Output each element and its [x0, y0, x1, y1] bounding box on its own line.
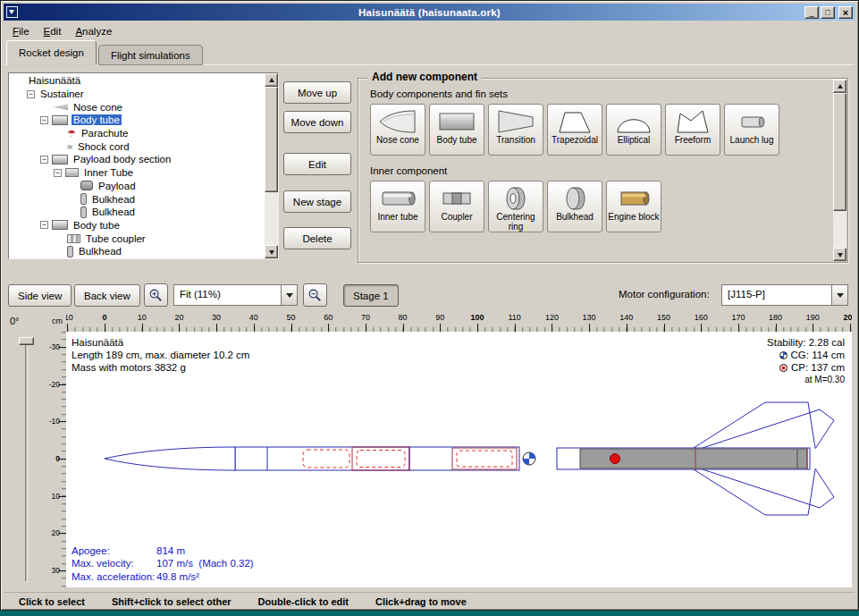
component-scrollbar-thumb[interactable] [833, 93, 846, 211]
component-scrollbar[interactable] [833, 80, 846, 261]
close-button[interactable]: × [838, 6, 853, 19]
tree-expander-icon[interactable]: − [40, 221, 48, 229]
rocket-body-tube-1[interactable] [235, 447, 409, 470]
ruler-label: 80 [399, 313, 408, 322]
component-button-label: Coupler [441, 213, 472, 223]
tree-item-bulkhead[interactable]: Bulkhead [10, 192, 264, 206]
tree-item-label: Body tube [72, 220, 122, 231]
rocket-nose-cone[interactable] [105, 447, 235, 470]
ruler-label: 160 [695, 313, 708, 322]
stability-condition: at M=0.30 [767, 374, 845, 386]
motor-configuration-select[interactable]: [J115-P] [721, 284, 848, 306]
tree-item-label: Body tube [72, 114, 122, 125]
tree-item-shock-cord[interactable]: ≈Shock cord [10, 139, 264, 153]
delete-button[interactable]: Delete [283, 227, 351, 249]
add-freeform-button[interactable]: Freeform [665, 104, 720, 156]
tree-item-parachute[interactable]: ☂Parachute [10, 127, 264, 140]
tree-item-haisun-t[interactable]: Haisunäätä [10, 74, 264, 88]
cp-row: CP: 137 cm [767, 361, 845, 374]
component-button-label: Centering ring [490, 213, 542, 232]
flight-stat-value: 49.8 m/s² [156, 571, 199, 582]
move-down-button[interactable]: Move down [283, 111, 351, 133]
rocket-dimensions: Length 189 cm, max. diameter 10.2 cm [72, 349, 249, 361]
add-engine-block-button[interactable]: Engine block [606, 181, 661, 232]
add-launch-lug-button[interactable]: Launch lug [724, 104, 779, 156]
cg-marker [523, 452, 535, 465]
add-trapezoidal-button[interactable]: Trapezoidal [547, 104, 602, 156]
rotation-slider-track[interactable] [25, 339, 28, 582]
component-button-label: Trapezoidal [552, 136, 598, 146]
motor-configuration-label: Motor configuration: [619, 289, 710, 300]
ruler-label: 170 [731, 313, 745, 322]
scroll-up-icon[interactable] [265, 73, 278, 87]
tree-item-label: Parachute [80, 128, 130, 139]
dropdown-arrow-icon[interactable] [281, 285, 297, 305]
bulkhead-icon [555, 185, 594, 212]
tree-item-nose-cone[interactable]: Nose cone [10, 100, 264, 114]
zoom-level-select[interactable]: Fit (11%) [173, 284, 298, 306]
scroll-down-icon[interactable] [833, 248, 846, 261]
add-transition-button[interactable]: Transition [488, 104, 543, 156]
tree-expander-icon[interactable]: − [27, 90, 35, 98]
scroll-down-icon[interactable] [265, 245, 278, 258]
tree-expander-icon[interactable]: − [54, 169, 62, 177]
maximize-button[interactable]: □ [821, 6, 835, 19]
add-coupler-button[interactable]: Coupler [429, 181, 484, 232]
bulkhead-icon [80, 193, 87, 205]
scroll-up-icon[interactable] [833, 80, 846, 93]
side-view-button[interactable]: Side view [8, 284, 72, 307]
dropdown-arrow-icon[interactable] [831, 285, 847, 305]
component-tree[interactable]: Haisunäätä−SustainerNose cone−Body tube☂… [10, 74, 264, 257]
titlebar[interactable]: Haisunäätä (haisunaata.ork) _ □ × [4, 4, 855, 21]
menu-analyze[interactable]: Analyze [68, 23, 119, 39]
edit-button[interactable]: Edit [283, 153, 351, 175]
ruler-label: -10 [49, 417, 60, 426]
new-stage-button[interactable]: New stage [283, 190, 351, 213]
add-body-tube-button[interactable]: Body tube [429, 104, 484, 156]
back-view-button[interactable]: Back view [74, 284, 140, 307]
tree-item-payload-body-section[interactable]: −Payload body section [10, 153, 264, 166]
tree-item-inner-tube[interactable]: −Inner Tube [10, 166, 264, 180]
component-button-label: Engine block [608, 213, 659, 223]
zoom-out-button[interactable] [303, 283, 327, 307]
add-centering-ring-button[interactable]: Centering ring [488, 181, 543, 232]
component-button-label: Freeform [675, 136, 712, 146]
tab-flight-simulations[interactable]: Flight simulations [98, 45, 203, 65]
move-up-button[interactable]: Move up [283, 81, 351, 104]
tree-expander-icon[interactable]: − [40, 116, 48, 124]
add-inner-tube-button[interactable]: Inner tube [370, 181, 425, 232]
status-hint: Click+drag to move [375, 596, 467, 607]
tree-item-label: Bulkhead [90, 194, 137, 205]
rotation-slider-thumb[interactable] [19, 337, 34, 345]
minimize-button[interactable]: _ [804, 6, 819, 19]
tree-item-body-tube[interactable]: −Body tube [10, 219, 264, 232]
window-controls: _ □ × [804, 6, 853, 19]
cp-icon [779, 364, 787, 372]
tree-item-bulkhead[interactable]: Bulkhead [10, 206, 264, 219]
stage-1-button[interactable]: Stage 1 [343, 284, 399, 307]
tree-scrollbar-thumb[interactable] [265, 87, 278, 192]
menu-file[interactable]: File [5, 23, 37, 39]
tree-item-label: Tube coupler [84, 233, 147, 244]
tree-scrollbar[interactable] [265, 73, 278, 258]
status-hint: Click to select [19, 596, 85, 607]
ruler-label: 130 [583, 313, 596, 322]
component-group-label: Inner component [370, 165, 832, 176]
ruler-label: 140 [619, 313, 633, 322]
zoom-out-icon [307, 288, 323, 303]
menu-edit[interactable]: Edit [37, 23, 69, 39]
tree-item-tube-coupler[interactable]: Tube coupler [10, 232, 264, 245]
zoom-in-button[interactable] [144, 283, 168, 307]
component-button-label: Bulkhead [556, 213, 594, 223]
tree-expander-icon[interactable]: − [40, 156, 48, 164]
add-bulkhead-button[interactable]: Bulkhead [547, 181, 602, 232]
tree-item-bulkhead[interactable]: Bulkhead [10, 245, 264, 257]
tab-rocket-design[interactable]: Rocket design [6, 40, 97, 65]
ruler-label: 190 [806, 313, 820, 322]
add-nose-cone-button[interactable]: Nose cone [370, 104, 425, 156]
rocket-canvas[interactable]: Haisunäätä Length 189 cm, max. diameter … [66, 332, 852, 587]
tree-item-payload[interactable]: Payload [10, 180, 264, 193]
tree-item-sustainer[interactable]: −Sustainer [10, 88, 264, 101]
tree-item-body-tube[interactable]: −Body tube [10, 114, 264, 127]
add-elliptical-button[interactable]: Elliptical [606, 104, 661, 156]
